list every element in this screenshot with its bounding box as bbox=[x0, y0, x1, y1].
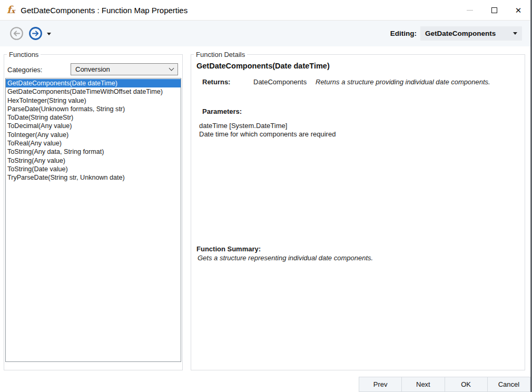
parameter-name: dateTime [System.DateTime] bbox=[199, 122, 336, 130]
close-icon: ✕ bbox=[515, 6, 522, 14]
categories-dropdown[interactable]: Conversion bbox=[71, 63, 178, 75]
footer-buttons: PrevNextOKCancel bbox=[359, 377, 530, 392]
editing-dropdown-value: GetDateComponents bbox=[425, 30, 513, 37]
list-item[interactable]: GetDateComponents(DateTimeWithOffset dat… bbox=[6, 87, 181, 96]
dropdown-caret-icon bbox=[513, 32, 517, 35]
list-item[interactable]: ToReal(Any value) bbox=[6, 139, 181, 148]
returns-row: Returns: DateComponents Returns a struct… bbox=[202, 78, 490, 86]
function-signature-heading: GetDateComponents(Date dateTime) bbox=[196, 62, 330, 70]
function-map-properties-dialog: fx GetDateComponents : Function Map Prop… bbox=[0, 0, 532, 392]
chevron-down-icon bbox=[169, 66, 174, 71]
navigation-toolbar: Editing: GetDateComponents bbox=[0, 20, 530, 46]
list-item[interactable]: TryParseDate(String str, Unknown date) bbox=[6, 173, 181, 182]
window-title: GetDateComponents : Function Map Propert… bbox=[21, 6, 188, 15]
function-details-groupbox: Function Details GetDateComponents(Date … bbox=[191, 54, 525, 370]
list-item[interactable]: ToString(Date value) bbox=[6, 165, 181, 173]
returns-label: Returns: bbox=[202, 78, 253, 86]
list-item[interactable]: GetDateComponents(Date dateTime) bbox=[6, 79, 181, 87]
close-button[interactable]: ✕ bbox=[506, 0, 530, 20]
window-controls: ✕ bbox=[458, 0, 530, 20]
list-item[interactable]: ToDecimal(Any value) bbox=[6, 122, 181, 130]
functions-groupbox: Functions Categories: Conversion GetDate… bbox=[4, 54, 183, 370]
function-summary-text: Gets a structure representing individual… bbox=[198, 254, 373, 262]
function-summary-label: Function Summary: bbox=[196, 245, 261, 253]
title-bar: fx GetDateComponents : Function Map Prop… bbox=[0, 0, 530, 20]
maximize-button[interactable] bbox=[482, 0, 506, 20]
list-item[interactable]: ToInteger(Any value) bbox=[6, 131, 181, 139]
editing-label: Editing: bbox=[390, 30, 417, 37]
forward-history-caret-icon[interactable] bbox=[47, 33, 51, 35]
list-item[interactable]: ToDate(String dateStr) bbox=[6, 113, 181, 122]
forward-button[interactable] bbox=[27, 26, 43, 42]
editing-group: Editing: GetDateComponents bbox=[390, 26, 522, 41]
forward-arrow-icon bbox=[28, 26, 43, 41]
function-list[interactable]: GetDateComponents(Date dateTime)GetDateC… bbox=[5, 78, 181, 362]
minimize-button[interactable] bbox=[458, 0, 482, 20]
editing-dropdown[interactable]: GetDateComponents bbox=[420, 26, 522, 41]
fx-app-icon: fx bbox=[7, 5, 15, 15]
ok-button[interactable]: OK bbox=[445, 377, 488, 392]
maximize-icon bbox=[491, 7, 497, 13]
back-button[interactable] bbox=[8, 26, 24, 42]
list-item[interactable]: HexToInteger(String value) bbox=[6, 96, 181, 105]
function-details-groupbox-label: Function Details bbox=[194, 51, 247, 58]
cancel-button[interactable]: Cancel bbox=[487, 377, 530, 392]
categories-dropdown-value: Conversion bbox=[75, 65, 170, 73]
list-item[interactable]: ToString(Any value) bbox=[6, 156, 181, 165]
parameter-item: dateTime [System.DateTime] Date time for… bbox=[199, 122, 336, 139]
list-item[interactable]: ToString(Any data, String format) bbox=[6, 148, 181, 156]
back-arrow-icon bbox=[9, 26, 24, 41]
list-item[interactable]: ParseDate(Unknown formats, String str) bbox=[6, 105, 181, 113]
categories-label: Categories: bbox=[7, 66, 42, 74]
returns-description: Returns a structure providing individual… bbox=[316, 78, 490, 86]
functions-groupbox-label: Functions bbox=[7, 51, 41, 58]
minimize-icon bbox=[467, 10, 473, 11]
returns-type: DateComponents bbox=[253, 78, 316, 86]
prev-button[interactable]: Prev bbox=[359, 377, 402, 392]
next-button[interactable]: Next bbox=[401, 377, 445, 392]
parameters-label: Parameters: bbox=[202, 107, 242, 115]
parameter-description: Date time for which components are requi… bbox=[199, 130, 336, 139]
